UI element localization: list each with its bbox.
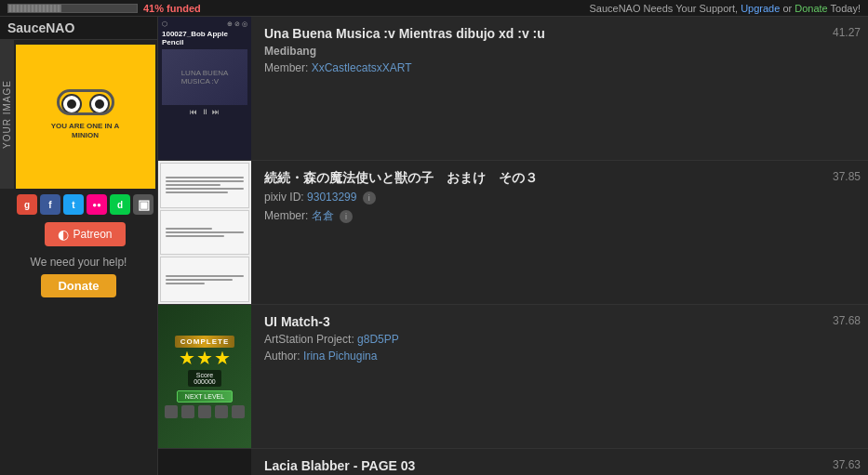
manga-lines-3 xyxy=(166,273,245,286)
result-thumbnail-4 xyxy=(158,449,251,475)
manga-page-3 xyxy=(160,257,249,302)
pixiv-id-link[interactable]: 93013299 xyxy=(307,191,356,204)
game-icon-1 xyxy=(165,405,178,418)
result-title-4[interactable]: Lacia Blabber - PAGE 03 xyxy=(264,458,812,473)
minion-goggle xyxy=(57,89,114,115)
manga-line xyxy=(166,228,213,230)
game-bottom-icons xyxy=(165,405,245,418)
result-thumbnail-2 xyxy=(158,161,251,304)
result-thumbnail-1: ⬡ ⊕ ⊘ ◎ 100027_Bob Apple Pencil LUNA BUE… xyxy=(158,17,251,160)
play-icon[interactable]: ⏸ xyxy=(201,108,208,116)
result-row-4: Lacia Blabber - PAGE 03 37.63 xyxy=(158,449,868,475)
member-label-2: Member: xyxy=(264,209,308,222)
or-text: or xyxy=(782,3,795,14)
minion-face: YOU ARE ONE IN AMINION xyxy=(48,80,123,154)
member-info-icon[interactable]: i xyxy=(340,210,353,223)
support-text: SauceNAO Needs Your Support, xyxy=(589,3,738,14)
result-title-1[interactable]: Una Buena Musica :v Mientras dibujo xd :… xyxy=(264,26,812,41)
patreon-icon: ◐ xyxy=(58,227,69,242)
logo-text: SauceNAO xyxy=(7,20,74,35)
member-link-2[interactable]: 名倉 xyxy=(312,209,334,222)
game-thumbnail: COMPLETE Score 000000 NEXT LEVEL xyxy=(158,305,251,448)
result-score-4: 37.63 xyxy=(825,449,868,475)
patreon-label: Patreon xyxy=(73,228,112,241)
manga-page-2 xyxy=(160,210,249,256)
author-label: Author: xyxy=(264,350,300,363)
patreon-button[interactable]: ◐ Patreon xyxy=(45,222,125,246)
facebook-icon[interactable]: f xyxy=(40,194,60,215)
your-image-label: YOUR IMAGE xyxy=(0,40,14,189)
today-text: Today! xyxy=(831,3,861,14)
result-info-4: Lacia Blabber - PAGE 03 xyxy=(251,449,825,475)
game-icon-3 xyxy=(198,405,211,418)
result-row-3: COMPLETE Score 000000 NEXT LEVEL xyxy=(158,305,868,449)
bluetooth-icon: ⬡ xyxy=(162,20,167,28)
upgrade-link[interactable]: Upgrade xyxy=(741,3,780,14)
game-complete-banner: COMPLETE xyxy=(175,336,234,348)
minion-text: YOU ARE ONE IN AMINION xyxy=(51,122,120,141)
result-info-2: 続続・森の魔法使いと獣の子 おまけ その３ pixiv ID: 93013299… xyxy=(251,161,825,304)
top-banner: 41% funded SauceNAO Needs Your Support, … xyxy=(0,0,868,17)
manga-line xyxy=(166,231,245,233)
result-row: ⬡ ⊕ ⊘ ◎ 100027_Bob Apple Pencil LUNA BUE… xyxy=(158,17,868,161)
result-score-3: 37.68 xyxy=(825,305,868,448)
pixiv-label: pixiv ID: xyxy=(264,191,304,204)
member-link-1[interactable]: XxCastlecatsxXART xyxy=(312,61,412,74)
result-title-2[interactable]: 続続・森の魔法使いと獣の子 おまけ その３ xyxy=(264,170,812,187)
funded-text: 41% funded xyxy=(143,3,201,14)
score-value: 000000 xyxy=(194,378,215,385)
score-label: Score xyxy=(194,372,215,378)
result-thumbnail-3: COMPLETE Score 000000 NEXT LEVEL xyxy=(158,305,251,448)
game-icon-2 xyxy=(181,405,194,418)
prev-icon[interactable]: ⏮ xyxy=(190,108,197,116)
result-title-3[interactable]: UI Match-3 xyxy=(264,314,812,329)
flickr-icon[interactable]: ●● xyxy=(87,194,107,215)
result-source-1: Medibang xyxy=(264,45,812,58)
deviantart-icon[interactable]: d xyxy=(110,194,130,215)
music-cover: LUNA BUENAMUSICA :V xyxy=(162,49,247,105)
results-area[interactable]: ⬡ ⊕ ⊘ ◎ 100027_Bob Apple Pencil LUNA BUE… xyxy=(158,17,868,475)
artstation-label: ArtStation Project: xyxy=(264,333,354,346)
game-icon-5 xyxy=(232,405,245,418)
twitter-icon[interactable]: t xyxy=(63,194,84,215)
manga-lines-2 xyxy=(166,226,245,239)
other-icon[interactable]: ▣ xyxy=(133,194,154,215)
result-score-2: 37.85 xyxy=(825,161,868,304)
progress-bar-container xyxy=(7,4,138,13)
music-thumbnail: ⬡ ⊕ ⊘ ◎ 100027_Bob Apple Pencil LUNA BUE… xyxy=(158,17,251,160)
pixiv-info-icon[interactable]: i xyxy=(363,191,376,205)
result-info-1: Una Buena Musica :v Mientras dibujo xd :… xyxy=(251,17,825,160)
music-controls-top: ⊕ ⊘ ◎ xyxy=(227,20,247,28)
result-meta-1: Member: XxCastlecatsxXART xyxy=(264,61,812,74)
blank-thumbnail xyxy=(158,449,251,475)
result-meta-member-2: Member: 名倉 i xyxy=(264,208,812,224)
result-meta-author: Author: Irina Pichugina xyxy=(264,350,812,363)
music-controls: ⏮ ⏸ ⏭ xyxy=(162,108,247,116)
manga-line xyxy=(166,279,233,281)
star-1 xyxy=(180,351,194,366)
donate-button[interactable]: Donate xyxy=(41,274,115,297)
progress-bar-fill xyxy=(8,5,61,12)
manga-line xyxy=(166,177,245,178)
manga-line xyxy=(166,275,245,277)
star-3 xyxy=(215,351,230,366)
manga-line xyxy=(166,283,205,284)
social-icons: g f t ●● d ▣ xyxy=(17,194,154,215)
member-label-1: Member: xyxy=(264,61,308,74)
google-icon[interactable]: g xyxy=(17,194,37,215)
manga-line xyxy=(166,188,245,190)
next-icon[interactable]: ⏭ xyxy=(212,108,220,116)
author-link[interactable]: Irina Pichugina xyxy=(303,350,377,363)
image-preview: YOU ARE ONE IN AMINION xyxy=(16,45,155,189)
game-stars xyxy=(180,351,230,366)
result-info-3: UI Match-3 ArtStation Project: g8D5PP Au… xyxy=(251,305,825,448)
support-message-text: We need your help! xyxy=(31,256,127,269)
game-next-button[interactable]: NEXT LEVEL xyxy=(177,390,233,402)
manga-page-1 xyxy=(160,163,249,208)
cover-text: LUNA BUENAMUSICA :V xyxy=(181,69,229,86)
project-id-link[interactable]: g8D5PP xyxy=(357,333,399,346)
game-score-box: Score 000000 xyxy=(188,370,220,387)
funding-area: 41% funded xyxy=(7,3,201,14)
result-meta-pixiv: pixiv ID: 93013299 i xyxy=(264,191,812,205)
donate-top-link[interactable]: Donate xyxy=(795,3,827,14)
